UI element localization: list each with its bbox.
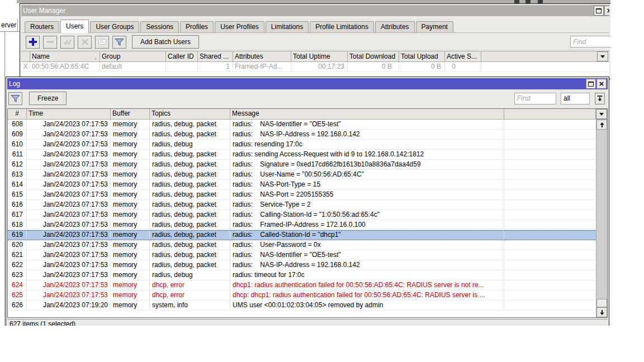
user-cell-name: 00:50:56:AD:65:4C	[30, 62, 100, 72]
log-cell-extra	[504, 140, 596, 150]
log-cell-id: 613	[8, 170, 27, 180]
scrollbar-thumb[interactable]	[596, 299, 607, 307]
log-row[interactable]: 622Jan/24/2023 07:17:53memoryradius, deb…	[8, 260, 596, 270]
column-header-message[interactable]: Message	[230, 109, 504, 119]
freeze-button[interactable]: Freeze	[29, 92, 67, 105]
tab-attributes[interactable]: Attributes	[375, 21, 415, 32]
log-row[interactable]: 619Jan/24/2023 07:17:53memoryradius, deb…	[8, 230, 596, 240]
user-manager-titlebar[interactable]: User Manager ×	[21, 5, 609, 16]
user-cell-shared: 1	[198, 62, 233, 72]
tab-profile-limitations[interactable]: Profile Limitations	[310, 21, 374, 32]
log-cell-buffer: memory	[111, 200, 150, 210]
remove-minus-icon	[46, 37, 55, 46]
user-row[interactable]: X 00:50:56:AD:65:4C default 1 Framed-IP-…	[21, 62, 609, 72]
maximize-button[interactable]	[586, 79, 596, 89]
column-header-active-sessions[interactable]: Active S...	[445, 51, 481, 61]
log-filter-dropdown-button[interactable]	[595, 93, 605, 104]
log-row[interactable]: 626Jan/24/2023 07:19:20memorysystem, inf…	[8, 301, 596, 311]
log-cell-extra	[504, 170, 596, 180]
log-status-bar: 627 items (1 selected)	[7, 319, 608, 326]
remove-user-button[interactable]	[43, 36, 57, 49]
filter-button[interactable]	[112, 36, 126, 49]
tab-payment[interactable]: Payment	[416, 21, 453, 32]
column-chooser-button[interactable]	[596, 109, 607, 119]
log-row[interactable]: 616Jan/24/2023 07:17:53memoryradius, deb…	[8, 200, 596, 210]
log-cell-time: Jan/24/2023 07:17:53	[27, 120, 111, 130]
column-header-topics[interactable]: Topics	[150, 109, 230, 119]
tab-users[interactable]: Users	[60, 20, 89, 33]
add-batch-users-button[interactable]: Add Batch Users	[132, 35, 199, 49]
log-row[interactable]: 609Jan/24/2023 07:17:53memoryradius, deb…	[8, 130, 596, 140]
log-row[interactable]: 625Jan/24/2023 07:17:53memorydhcp, error…	[8, 290, 596, 301]
log-cell-id: 609	[8, 130, 27, 140]
vertical-scrollbar[interactable]	[596, 120, 607, 317]
log-row[interactable]: 615Jan/24/2023 07:17:53memoryradius, deb…	[8, 190, 596, 200]
user-cell-flag: X	[21, 62, 30, 72]
log-row[interactable]: 618Jan/24/2023 07:17:53memoryradius, deb…	[8, 220, 596, 230]
scroll-up-button[interactable]	[596, 120, 607, 130]
close-button[interactable]: ×	[604, 6, 609, 16]
down-arrow-with-bar-icon	[596, 94, 604, 102]
column-header-number[interactable]: #	[8, 109, 27, 119]
enable-user-button[interactable]	[60, 36, 74, 49]
log-row[interactable]: 611Jan/24/2023 07:17:53memoryradius, deb…	[8, 150, 596, 160]
tab-profiles[interactable]: Profiles	[180, 21, 214, 32]
log-row[interactable]: 624Jan/24/2023 07:17:53memorydhcp, error…	[8, 280, 596, 290]
log-row[interactable]: 621Jan/24/2023 07:17:53memoryradius, deb…	[8, 250, 596, 260]
log-cell-topics: radius, debug, packet	[150, 150, 230, 160]
column-header-group[interactable]: Group	[100, 51, 166, 61]
log-row[interactable]: 613Jan/24/2023 07:17:53memoryradius, deb…	[8, 170, 596, 180]
log-cell-extra	[504, 200, 596, 210]
log-row[interactable]: 623Jan/24/2023 07:17:53memoryradius, deb…	[8, 270, 596, 280]
log-row[interactable]: 612Jan/24/2023 07:17:53memoryradius, deb…	[8, 160, 596, 170]
log-cell-topics: radius, debug, packet	[150, 220, 230, 230]
log-row[interactable]: 608Jan/24/2023 07:17:53memoryradius, deb…	[8, 120, 596, 130]
column-header-caller-id[interactable]: Caller ID	[166, 51, 198, 61]
card-icon	[98, 37, 107, 46]
column-header-attributes[interactable]: Attributes	[233, 51, 291, 61]
log-cell-id: 616	[8, 200, 27, 210]
tab-sessions[interactable]: Sessions	[140, 21, 179, 32]
log-cell-buffer: memory	[111, 210, 150, 220]
column-header-flag[interactable]	[21, 51, 30, 61]
column-header-name[interactable]: Name▲	[30, 51, 100, 61]
log-cell-buffer: memory	[111, 150, 150, 160]
column-chooser-button[interactable]	[597, 51, 608, 61]
tab-user-profiles[interactable]: User Profiles	[215, 21, 264, 32]
find-input[interactable]	[570, 36, 610, 47]
log-cell-id: 623	[8, 270, 27, 280]
close-button[interactable]: ×	[596, 79, 607, 89]
log-cell-id: 626	[8, 301, 27, 311]
log-filter-select[interactable]: all	[561, 93, 590, 104]
log-filter-button[interactable]	[8, 92, 22, 105]
log-row[interactable]: 617Jan/24/2023 07:17:53memoryradius, deb…	[8, 210, 596, 220]
log-cell-msg: radius: NAS-Identifier = "OE5-test"	[230, 250, 504, 260]
user-cell-extra	[481, 62, 609, 72]
column-header-total-upload[interactable]: Total Upload	[399, 51, 445, 61]
log-row[interactable]: 614Jan/24/2023 07:17:53memoryradius, deb…	[8, 180, 596, 190]
log-cell-time: Jan/24/2023 07:17:53	[27, 280, 111, 290]
log-row[interactable]: 620Jan/24/2023 07:17:53memoryradius, deb…	[8, 240, 596, 250]
card-button[interactable]	[95, 36, 109, 49]
column-header-total-download[interactable]: Total Download	[348, 51, 399, 61]
log-find-input[interactable]	[514, 93, 556, 104]
log-cell-extra	[504, 210, 596, 220]
maximize-button[interactable]	[594, 6, 604, 16]
tab-user-groups[interactable]: User Groups	[90, 21, 139, 32]
tab-limitations[interactable]: Limitations	[266, 21, 309, 32]
column-header-time[interactable]: Time	[27, 109, 111, 119]
background-partial-tab[interactable]: erver	[0, 19, 18, 31]
log-cell-topics: radius, debug	[150, 140, 230, 150]
column-header-total-uptime[interactable]: Total Uptime	[291, 51, 348, 61]
log-cell-id: 621	[8, 250, 27, 260]
add-user-button[interactable]	[26, 36, 40, 49]
log-row[interactable]: 610Jan/24/2023 07:17:53memoryradius, deb…	[8, 140, 596, 150]
tab-routers[interactable]: Routers	[25, 21, 59, 32]
log-cell-msg: radius: Framed-IP-Address = 172.16.0.100	[230, 220, 504, 230]
column-header-buffer[interactable]: Buffer	[111, 109, 150, 119]
scroll-down-button[interactable]	[596, 307, 607, 317]
scrollbar-track[interactable]	[596, 130, 607, 307]
disable-user-button[interactable]	[78, 36, 92, 49]
log-titlebar[interactable]: Log ×	[7, 78, 608, 89]
column-header-shared-users[interactable]: Shared ...	[198, 51, 233, 61]
